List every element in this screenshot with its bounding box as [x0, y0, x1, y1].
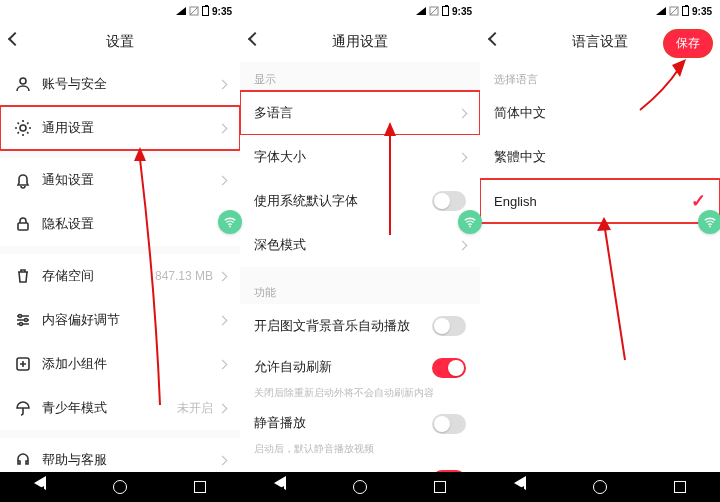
titlebar: 设置 — [0, 22, 240, 62]
row-content-pref[interactable]: 内容偏好调节 — [0, 298, 240, 342]
svg-point-3 — [20, 125, 26, 131]
label: 多语言 — [254, 104, 459, 122]
page-title: 设置 — [106, 33, 134, 51]
section-display: 显示 — [240, 62, 480, 91]
chevron-right-icon — [218, 455, 228, 465]
row-history[interactable]: 浏览记录 关闭后，不再记录并删除历史浏览记录 — [240, 460, 480, 472]
android-navbar — [0, 472, 240, 502]
trash-icon — [14, 267, 32, 285]
nav-back-icon[interactable] — [274, 476, 286, 498]
label: 繁體中文 — [494, 148, 706, 166]
row-widgets[interactable]: 添加小组件 — [0, 342, 240, 386]
toggle[interactable] — [432, 316, 466, 336]
no-sim-icon — [429, 6, 439, 16]
row-english[interactable]: English ✓ — [480, 179, 720, 223]
lock-icon — [14, 215, 32, 233]
label: 通用设置 — [42, 119, 219, 137]
label: 通知设置 — [42, 171, 219, 189]
nav-home-icon[interactable] — [113, 480, 127, 494]
wifi-badge-icon — [458, 210, 482, 234]
bell-icon — [14, 171, 32, 189]
toggle[interactable] — [432, 191, 466, 211]
label: 存储空间 — [42, 267, 155, 285]
check-icon: ✓ — [691, 190, 706, 212]
back-icon[interactable] — [488, 32, 502, 46]
chevron-right-icon — [218, 79, 228, 89]
label: English — [494, 194, 691, 209]
back-icon[interactable] — [8, 32, 22, 46]
label: 青少年模式 — [42, 399, 177, 417]
toggle[interactable] — [432, 358, 466, 378]
nav-recent-icon[interactable] — [434, 481, 446, 493]
titlebar: 通用设置 — [240, 22, 480, 62]
clock: 9:35 — [692, 6, 712, 17]
row-help[interactable]: 帮助与客服 — [0, 438, 240, 472]
android-navbar — [480, 472, 720, 502]
row-language[interactable]: 多语言 — [240, 91, 480, 135]
chevron-right-icon — [218, 271, 228, 281]
toggle[interactable] — [432, 470, 466, 472]
row-system-font[interactable]: 使用系统默认字体 — [240, 179, 480, 223]
row-notify[interactable]: 通知设置 — [0, 158, 240, 202]
row-zh-cn[interactable]: 简体中文 — [480, 91, 720, 135]
row-general[interactable]: 通用设置 — [0, 106, 240, 150]
nav-back-icon[interactable] — [34, 476, 46, 498]
nav-home-icon[interactable] — [593, 480, 607, 494]
sublabel: 启动后，默认静音播放视频 — [254, 442, 374, 456]
label: 帮助与客服 — [42, 451, 219, 469]
status-bar: 9:35 — [480, 0, 720, 22]
row-mute-play[interactable]: 静音播放 启动后，默认静音播放视频 — [240, 404, 480, 460]
nav-home-icon[interactable] — [353, 480, 367, 494]
section-select-lang: 选择语言 — [480, 62, 720, 91]
chevron-right-icon — [218, 403, 228, 413]
svg-point-14 — [469, 226, 471, 228]
label: 浏览记录 — [254, 470, 432, 472]
storage-value: 847.13 MB — [155, 269, 213, 283]
row-font-size[interactable]: 字体大小 — [240, 135, 480, 179]
plus-square-icon — [14, 355, 32, 373]
teen-value: 未开启 — [177, 400, 213, 417]
nav-recent-icon[interactable] — [674, 481, 686, 493]
row-zh-tw[interactable]: 繁體中文 — [480, 135, 720, 179]
label: 账号与安全 — [42, 75, 219, 93]
svg-point-7 — [20, 323, 23, 326]
general-list: 显示 多语言 字体大小 使用系统默认字体 深色模式 功能 开启图文背景音乐自动播… — [240, 62, 480, 472]
label: 内容偏好调节 — [42, 311, 219, 329]
battery-icon — [682, 6, 689, 16]
screen-language: 9:35 语言设置 保存 选择语言 简体中文 繁體中文 English ✓ — [480, 0, 720, 502]
chevron-right-icon — [458, 152, 468, 162]
back-icon[interactable] — [248, 32, 262, 46]
svg-point-6 — [25, 319, 28, 322]
status-bar: 9:35 — [240, 0, 480, 22]
row-privacy[interactable]: 隐私设置 — [0, 202, 240, 246]
chevron-right-icon — [218, 175, 228, 185]
svg-line-17 — [670, 7, 678, 15]
label: 简体中文 — [494, 104, 706, 122]
row-teen[interactable]: 青少年模式 未开启 — [0, 386, 240, 430]
chevron-right-icon — [458, 108, 468, 118]
label: 字体大小 — [254, 148, 459, 166]
svg-point-5 — [19, 315, 22, 318]
signal-icon — [176, 7, 186, 15]
row-account[interactable]: 账号与安全 — [0, 62, 240, 106]
screen-general: 9:35 通用设置 显示 多语言 字体大小 使用系统默认字体 深色模式 — [240, 0, 480, 502]
label: 使用系统默认字体 — [254, 192, 432, 210]
svg-point-10 — [229, 226, 231, 228]
label: 静音播放 — [254, 414, 432, 432]
nav-back-icon[interactable] — [514, 476, 526, 498]
toggle[interactable] — [432, 414, 466, 434]
chevron-right-icon — [218, 315, 228, 325]
nav-recent-icon[interactable] — [194, 481, 206, 493]
row-auto-refresh[interactable]: 允许自动刷新 关闭后除重新启动外将不会自动刷新内容 — [240, 348, 480, 404]
svg-line-13 — [430, 7, 438, 15]
chevron-right-icon — [458, 240, 468, 250]
svg-rect-4 — [18, 223, 28, 230]
row-dark-mode[interactable]: 深色模式 — [240, 223, 480, 267]
row-storage[interactable]: 存储空间 847.13 MB — [0, 254, 240, 298]
no-sim-icon — [669, 6, 679, 16]
no-sim-icon — [189, 6, 199, 16]
label: 隐私设置 — [42, 215, 219, 233]
row-autoplay-music[interactable]: 开启图文背景音乐自动播放 — [240, 304, 480, 348]
save-button[interactable]: 保存 — [664, 30, 712, 57]
label: 开启图文背景音乐自动播放 — [254, 317, 432, 335]
